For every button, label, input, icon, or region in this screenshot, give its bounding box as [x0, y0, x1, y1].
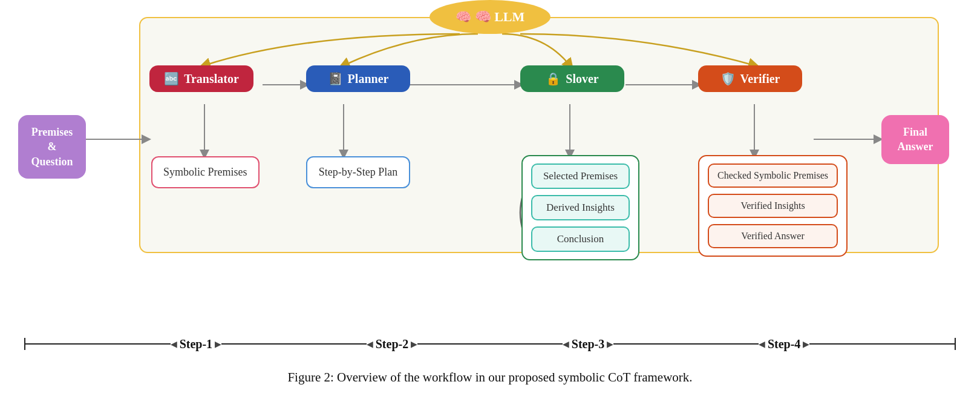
translator-label: Translator — [184, 72, 239, 86]
verified-insights-label: Verified Insights — [740, 200, 805, 211]
step1-label: Step-1 — [180, 337, 212, 351]
step2-label: Step-2 — [376, 337, 408, 351]
verifier-subbox-outer: Checked Symbolic Premises Verified Insig… — [698, 155, 848, 257]
slover-subbox-outer: Selected Premises Derived Insights Concl… — [521, 155, 639, 260]
verifier-label: Verifier — [740, 72, 780, 86]
step-plan-label: Step-by-Step Plan — [319, 166, 398, 178]
final-answer-label: Final Answer — [898, 126, 933, 153]
selected-premises-label: Selected Premises — [543, 170, 618, 182]
checked-symbolic-box: Checked Symbolic Premises — [708, 163, 838, 188]
slover-button: 🔒 Slover — [520, 65, 624, 92]
step3-label: Step-3 — [572, 337, 604, 351]
step-plan-box: Step-by-Step Plan — [306, 156, 410, 188]
premises-question-box: Premises & Question — [18, 115, 86, 179]
translator-button: 🔤 Translator — [149, 65, 253, 92]
derived-insights-box: Derived Insights — [531, 195, 630, 220]
derived-insights-label: Derived Insights — [546, 202, 615, 213]
conclusion-label: Conclusion — [557, 233, 604, 245]
premises-label: Premises & Question — [31, 126, 73, 168]
symbolic-premises-box: Symbolic Premises — [151, 156, 260, 188]
checked-symbolic-label: Checked Symbolic Premises — [717, 170, 828, 180]
translator-icon: 🔤 — [164, 71, 179, 86]
verified-answer-box: Verified Answer — [708, 224, 838, 248]
verified-answer-label: Verified Answer — [741, 231, 804, 241]
slover-label: Slover — [566, 72, 598, 86]
selected-premises-box: Selected Premises — [531, 163, 630, 189]
planner-button: 📓 Planner — [306, 65, 410, 92]
planner-label: Planner — [348, 72, 389, 86]
step-indicators: ◀ Step-1 ▶ ◀ Step-2 ▶ ◀ Step-3 ▶ ◀ Step-… — [24, 334, 956, 354]
conclusion-box: Conclusion — [531, 226, 630, 252]
slover-icon: 🔒 — [546, 71, 561, 86]
step4-label: Step-4 — [768, 337, 800, 351]
figure-caption: Figure 2: Overview of the workflow in ou… — [0, 370, 980, 385]
verified-insights-box: Verified Insights — [708, 194, 838, 218]
final-answer-box: Final Answer — [881, 115, 949, 164]
symbolic-premises-label: Symbolic Premises — [163, 166, 247, 178]
llm-ellipse: 🧠 🧠 LLM — [430, 0, 550, 34]
llm-label: 🧠 LLM — [475, 9, 525, 25]
llm-icon: 🧠 — [456, 10, 471, 25]
verifier-icon: 🛡️ — [720, 71, 736, 86]
verifier-button: 🛡️ Verifier — [698, 65, 802, 92]
planner-icon: 📓 — [328, 71, 343, 86]
